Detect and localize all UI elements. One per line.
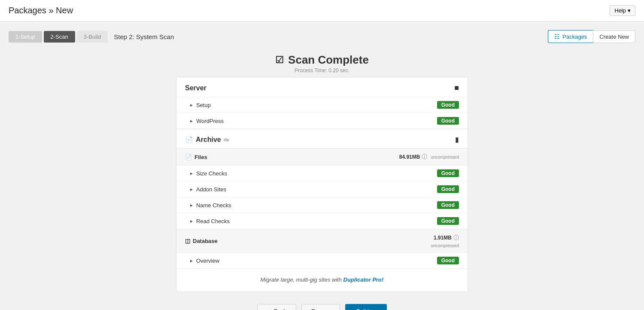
wordpress-row-label: WordPress xyxy=(196,118,224,124)
files-size: 84.91MB xyxy=(399,154,420,160)
zip-label: zip xyxy=(224,138,229,142)
process-time: Process Time: 0.20 sec. xyxy=(9,68,635,74)
wordpress-status-badge: Good xyxy=(437,117,459,125)
archive-section: 📄 Archive zip ▮ 📄 Files 84.91MB ⓘ uncomp… xyxy=(176,129,468,269)
step2-button[interactable]: 2-Scan xyxy=(44,31,75,43)
packages-icon: ☷ xyxy=(554,33,560,40)
server-icon: ■ xyxy=(454,83,459,92)
server-section-header: Server ■ xyxy=(176,77,468,97)
migrate-text: Migrate large, multi-gig sites with xyxy=(261,276,343,283)
scan-card: Server ■ ► Setup Good ► WordPress Good 📄 xyxy=(176,77,468,292)
triangle-icon: ► xyxy=(189,119,194,123)
duplicator-pro-link[interactable]: Duplicator Pro! xyxy=(343,276,384,283)
overview-label: Overview xyxy=(196,258,219,264)
triangle-icon: ► xyxy=(189,171,194,176)
files-subsection-header: 📄 Files 84.91MB ⓘ uncompressed xyxy=(176,148,468,166)
create-new-button[interactable]: Create New xyxy=(593,31,635,43)
read-checks-badge: Good xyxy=(437,217,459,225)
name-checks-badge: Good xyxy=(437,201,459,209)
scan-header: ☑ Scan Complete Process Time: 0.20 sec. xyxy=(9,43,635,77)
file-doc-icon: 📄 xyxy=(185,136,193,144)
overview-badge: Good xyxy=(437,257,459,264)
build-button[interactable]: Build ► xyxy=(345,304,387,310)
size-checks-label: Size Checks xyxy=(196,170,227,177)
step3-button: 3-Build xyxy=(77,31,108,43)
db-size-note: uncompressed xyxy=(431,243,459,248)
triangle-icon: ► xyxy=(189,203,194,208)
scan-title-text: Scan Complete xyxy=(288,53,369,67)
step-current-label: Step 2: System Scan xyxy=(114,33,174,40)
triangle-icon: ► xyxy=(189,187,194,192)
migrate-section: Migrate large, multi-gig sites with Dupl… xyxy=(176,269,468,292)
database-label: Database xyxy=(193,238,218,244)
help-caret: ▾ xyxy=(628,7,631,14)
rescan-button[interactable]: Rescan xyxy=(301,304,340,310)
read-checks-label: Read Checks xyxy=(196,218,230,224)
archive-section-header: 📄 Archive zip ▮ xyxy=(176,129,468,148)
setup-row-label: Setup xyxy=(196,102,211,108)
back-button[interactable]: ◄ Back xyxy=(257,304,296,310)
step1-button[interactable]: 1-Setup xyxy=(9,31,42,43)
table-row: ► Overview Good xyxy=(176,253,468,269)
files-label: Files xyxy=(194,154,207,160)
table-row: ► WordPress Good xyxy=(176,113,468,129)
packages-link-label: Packages xyxy=(562,34,587,40)
database-grid-icon: ◫ xyxy=(185,238,190,244)
database-subsection-header: ◫ Database 1.91MB ⓘ uncompressed xyxy=(176,229,468,253)
table-row: ► Setup Good xyxy=(176,97,468,113)
triangle-icon: ► xyxy=(189,258,194,263)
files-size-note: uncompressed xyxy=(431,155,459,160)
addon-sites-label: Addon Sites xyxy=(196,186,226,193)
addon-sites-badge: Good xyxy=(437,185,459,193)
page-title: Packages » New xyxy=(9,6,73,15)
files-help-icon[interactable]: ⓘ xyxy=(422,153,427,161)
name-checks-label: Name Checks xyxy=(196,202,231,209)
files-doc-icon: 📄 xyxy=(185,154,192,160)
packages-link[interactable]: ☷ Packages xyxy=(548,30,593,43)
archive-section-title: Archive xyxy=(196,136,221,144)
setup-status-badge: Good xyxy=(437,101,459,109)
table-row: ► Name Checks Good xyxy=(176,197,468,213)
table-row: ► Size Checks Good xyxy=(176,166,468,181)
db-size: 1.91MB xyxy=(434,235,452,241)
table-row: ► Addon Sites Good xyxy=(176,181,468,197)
help-label: Help xyxy=(614,7,626,14)
archive-icon: ▮ xyxy=(455,135,459,144)
size-checks-badge: Good xyxy=(437,169,459,177)
server-section-title: Server xyxy=(185,84,207,92)
triangle-icon: ► xyxy=(189,103,194,107)
db-help-icon[interactable]: ⓘ xyxy=(453,234,459,242)
help-button[interactable]: Help ▾ xyxy=(610,5,635,16)
table-row: ► Read Checks Good xyxy=(176,213,468,229)
checkmark-icon: ☑ xyxy=(275,55,284,66)
triangle-icon: ► xyxy=(189,219,194,224)
action-bar: ◄ Back Rescan Build ► xyxy=(9,304,635,310)
